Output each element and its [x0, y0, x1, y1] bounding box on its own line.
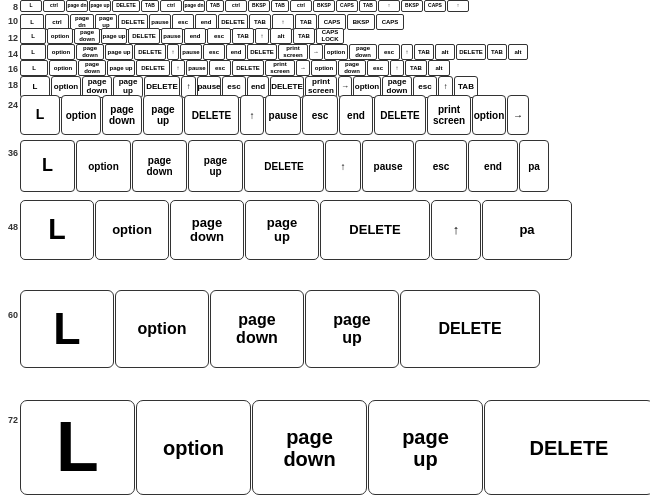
- key-tab2-14[interactable]: TAB: [487, 44, 507, 60]
- key-backspace2[interactable]: BKSP: [313, 0, 335, 12]
- key-pause-16[interactable]: pause: [186, 60, 208, 76]
- key-tab2-12[interactable]: TAB: [293, 28, 315, 44]
- key-pageup-36[interactable]: pageup: [188, 140, 243, 192]
- key-end-36[interactable]: end: [468, 140, 518, 192]
- key-up-16[interactable]: ↑: [171, 60, 185, 76]
- key-up-36[interactable]: ↑: [325, 140, 361, 192]
- key-printscreen-14[interactable]: print screen: [278, 44, 308, 60]
- key-pagedown-60[interactable]: pagedown: [210, 290, 304, 368]
- key-pageup-48[interactable]: pageup: [245, 200, 319, 260]
- key-L-16[interactable]: L: [20, 60, 48, 76]
- key-pagedown-16[interactable]: page down: [78, 60, 106, 76]
- key-tab-14[interactable]: TAB: [414, 44, 434, 60]
- key-up2[interactable]: ↑: [447, 0, 469, 12]
- key-option-24[interactable]: option: [61, 95, 101, 135]
- key-option2-16[interactable]: option: [311, 60, 337, 76]
- key-delete2-16[interactable]: DELETE: [232, 60, 264, 76]
- key-printscreen-24[interactable]: printscreen: [427, 95, 471, 135]
- key-pa-48[interactable]: pa: [482, 200, 572, 260]
- key-option-12[interactable]: option: [47, 28, 73, 44]
- key-printscreen-16[interactable]: print screen: [265, 60, 295, 76]
- key-arrow-14[interactable]: →: [309, 44, 323, 60]
- key-pa-36[interactable]: pa: [519, 140, 549, 192]
- key-arrow-24[interactable]: →: [507, 95, 529, 135]
- key-esc-12[interactable]: esc: [207, 28, 231, 44]
- key-L[interactable]: L: [20, 0, 42, 12]
- key-option2-24[interactable]: option: [472, 95, 506, 135]
- key-end-14[interactable]: end: [226, 44, 246, 60]
- key-page-down2[interactable]: page dn: [183, 0, 205, 12]
- key-up[interactable]: ↑: [378, 0, 400, 12]
- key-tab4[interactable]: TAB: [359, 0, 377, 12]
- key-L-72[interactable]: L: [20, 400, 135, 495]
- key-L-12[interactable]: L: [20, 28, 46, 44]
- key-delete-24[interactable]: DELETE: [184, 95, 239, 135]
- key-tab2[interactable]: TAB: [206, 0, 224, 12]
- key-pagedown2-16[interactable]: page down: [338, 60, 366, 76]
- key-delete2-14[interactable]: DELETE: [247, 44, 277, 60]
- key-L-14[interactable]: L: [20, 44, 46, 60]
- key-pause-24[interactable]: pause: [265, 95, 301, 135]
- key-tab-12[interactable]: TAB: [232, 28, 254, 44]
- key-pageup-60[interactable]: pageup: [305, 290, 399, 368]
- key-delete-14[interactable]: DELETE: [134, 44, 166, 60]
- key-pageup-14[interactable]: page up: [105, 44, 133, 60]
- key-esc2-14[interactable]: esc: [378, 44, 400, 60]
- key-L-36[interactable]: L: [20, 140, 75, 192]
- key-pagedown-24[interactable]: pagedown: [102, 95, 142, 135]
- key-tab1[interactable]: TAB: [141, 0, 159, 12]
- key-pagedown-72[interactable]: pagedown: [252, 400, 367, 495]
- key-tab-16[interactable]: TAB: [405, 60, 427, 76]
- key-alt-12[interactable]: alt: [270, 28, 292, 44]
- key-ctrl[interactable]: ctrl: [43, 0, 65, 12]
- key-page-up[interactable]: page up: [89, 0, 111, 12]
- key-delete3-14[interactable]: DELETE: [456, 44, 486, 60]
- key-option-72[interactable]: option: [136, 400, 251, 495]
- key-pageup-24[interactable]: pageup: [143, 95, 183, 135]
- key-pause-36[interactable]: pause: [362, 140, 414, 192]
- key-caps2[interactable]: CAPS: [424, 0, 446, 12]
- key-ctrl4[interactable]: ctrl: [290, 0, 312, 12]
- key-pageup-72[interactable]: pageup: [368, 400, 483, 495]
- key-option-60[interactable]: option: [115, 290, 209, 368]
- key-ctrl2[interactable]: ctrl: [160, 0, 182, 12]
- key-caps-12[interactable]: CAPS LOCK: [316, 28, 344, 44]
- key-pageup-16[interactable]: page up: [107, 60, 135, 76]
- key-esc-24[interactable]: esc: [302, 95, 338, 135]
- key-delete-48[interactable]: DELETE: [320, 200, 430, 260]
- key-up-48[interactable]: ↑: [431, 200, 481, 260]
- key-pageup-12[interactable]: page up: [101, 28, 127, 44]
- key-pagedown2-14[interactable]: page down: [349, 44, 377, 60]
- key-page-down[interactable]: page dn: [66, 0, 88, 12]
- key-esc-16[interactable]: esc: [209, 60, 231, 76]
- key-backspace[interactable]: BKSP: [248, 0, 270, 12]
- key-delete-12[interactable]: DELETE: [128, 28, 160, 44]
- key-tab3[interactable]: TAB: [271, 0, 289, 12]
- key-delete-60[interactable]: DELETE: [400, 290, 540, 368]
- key-pagedown-36[interactable]: pagedown: [132, 140, 187, 192]
- key-esc2-16[interactable]: esc: [367, 60, 389, 76]
- key-pause-12[interactable]: pause: [161, 28, 183, 44]
- key-caps-lock[interactable]: CAPS: [336, 0, 358, 12]
- key-pagedown-48[interactable]: pagedown: [170, 200, 244, 260]
- key-up-12[interactable]: ↑: [255, 28, 269, 44]
- key-end-24[interactable]: end: [339, 95, 373, 135]
- key-esc-14[interactable]: esc: [203, 44, 225, 60]
- key-up2-16[interactable]: ↑: [390, 60, 404, 76]
- key-pause-14[interactable]: pause: [180, 44, 202, 60]
- key-option-48[interactable]: option: [95, 200, 169, 260]
- key-end-12[interactable]: end: [184, 28, 206, 44]
- key-pagedown-12[interactable]: page down: [74, 28, 100, 44]
- key-delete[interactable]: DELETE: [112, 0, 140, 12]
- key-backspace3[interactable]: BKSP: [401, 0, 423, 12]
- key-esc-36[interactable]: esc: [415, 140, 467, 192]
- key-alt-14[interactable]: alt: [435, 44, 455, 60]
- key-delete-16[interactable]: DELETE: [136, 60, 170, 76]
- key-up-14[interactable]: ↑: [167, 44, 179, 60]
- key-L-48[interactable]: L: [20, 200, 94, 260]
- key-L-24[interactable]: L: [20, 95, 60, 135]
- key-option-14[interactable]: option: [47, 44, 75, 60]
- key-arrow-16[interactable]: →: [296, 60, 310, 76]
- key-delete-36[interactable]: DELETE: [244, 140, 324, 192]
- key-pagedown-14[interactable]: page down: [76, 44, 104, 60]
